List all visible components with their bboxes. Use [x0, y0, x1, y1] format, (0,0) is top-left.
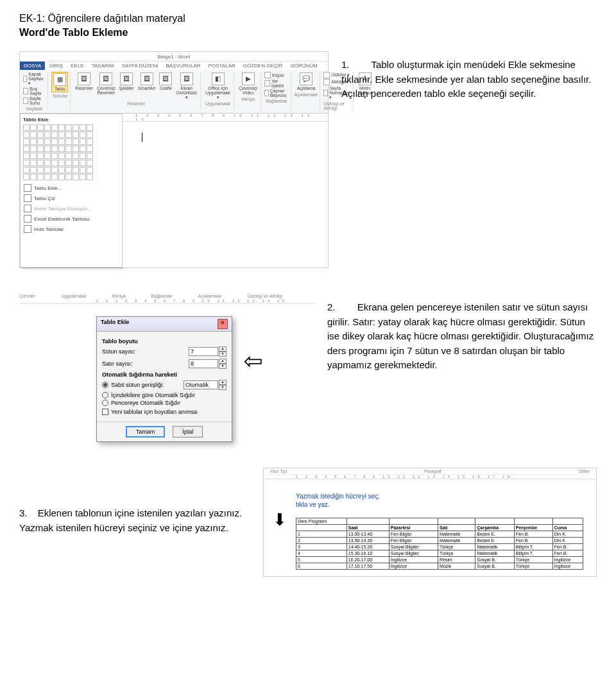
grid-cell[interactable]: [37, 146, 44, 152]
word-page[interactable]: 1 2 3 4 5 6 7 8 9 10 11 12 13 14 15: [123, 114, 328, 268]
grid-cell[interactable]: [23, 124, 30, 131]
grid-cell[interactable]: [73, 160, 79, 166]
grid-cell[interactable]: [23, 153, 30, 159]
grid-cell[interactable]: [30, 153, 37, 159]
animsa-checkbox[interactable]: [102, 409, 108, 415]
grid-cell[interactable]: [37, 174, 44, 180]
tab-postalar[interactable]: POSTALAR: [205, 62, 239, 70]
table-cell[interactable]: Türkçe: [438, 550, 475, 557]
grid-cell[interactable]: [37, 153, 44, 159]
table-cell[interactable]: 17.10-17.50: [346, 563, 389, 570]
grid-cell[interactable]: [51, 160, 58, 166]
table-cell[interactable]: Fen Bilgisi: [389, 531, 438, 538]
tablo-button[interactable]: ▦ Tablo: [51, 72, 68, 92]
grid-cell[interactable]: [80, 124, 86, 131]
table-cell[interactable]: Sosyal Bilgiler: [389, 550, 438, 557]
ribbon-smartart[interactable]: 🖼SmartArt: [137, 72, 157, 100]
tab-gi̇ri̇ş[interactable]: GİRİŞ: [45, 62, 67, 70]
grid-cell[interactable]: [73, 153, 79, 159]
grid-cell[interactable]: [44, 139, 51, 145]
spinner-down-icon[interactable]: ▼: [219, 364, 227, 369]
tablo-ekle-dropdown[interactable]: Tablo Ekle Tablo Ekle...Tablo ÇizMetni T…: [20, 114, 123, 268]
table-cell[interactable]: Fen Bilgisi: [389, 538, 438, 544]
grid-cell[interactable]: [44, 174, 51, 180]
iptal-button[interactable]: İptal: [173, 426, 203, 438]
grid-cell[interactable]: [73, 174, 79, 180]
table-cell[interactable]: 5: [296, 557, 347, 563]
table-cell[interactable]: Türkçe: [438, 544, 475, 550]
grid-cell[interactable]: [73, 146, 79, 152]
satir-sayisi-input[interactable]: [189, 359, 218, 368]
aciklama-button[interactable]: 💬Açıklama: [296, 72, 317, 91]
grid-cell[interactable]: [51, 146, 58, 152]
grid-cell[interactable]: [37, 167, 44, 173]
grid-cell[interactable]: [65, 139, 72, 145]
sabit-genislik-input[interactable]: [184, 380, 218, 389]
grid-cell[interactable]: [44, 146, 51, 152]
close-icon[interactable]: ✕: [218, 319, 228, 329]
grid-cell[interactable]: [44, 153, 51, 159]
table-cell[interactable]: Fen B.: [514, 531, 552, 538]
grid-cell[interactable]: [80, 132, 86, 138]
grid-cell[interactable]: [87, 132, 93, 138]
table-cell[interactable]: İngilizce: [552, 557, 583, 563]
table-corner[interactable]: Ders Programı: [296, 518, 347, 525]
table-cell[interactable]: Sosyal B.: [475, 563, 515, 570]
table-cell[interactable]: Türkçe: [514, 563, 552, 570]
table-cell[interactable]: Matematik: [475, 550, 515, 557]
tab-tasarim[interactable]: TASARIM: [88, 62, 118, 70]
ribbon-ekran-g-r-nt-s-[interactable]: 🖼Ekran Görüntüsü ▾: [175, 72, 198, 100]
grid-cell[interactable]: [23, 174, 30, 180]
grid-cell[interactable]: [23, 160, 30, 166]
grid-cell[interactable]: [37, 124, 44, 131]
tab-başvurular[interactable]: BAŞVURULAR: [162, 62, 204, 70]
spinner-down-icon[interactable]: ▼: [219, 352, 227, 357]
grid-cell[interactable]: [58, 146, 65, 152]
grid-cell[interactable]: [30, 124, 37, 131]
grid-cell[interactable]: [51, 139, 58, 145]
grid-cell[interactable]: [58, 139, 65, 145]
ribbon--evrimi-i-resimler[interactable]: 🖼Çevrimiçi Resimler: [96, 72, 117, 100]
table-cell[interactable]: 3: [296, 544, 347, 550]
table-cell[interactable]: 13.50-14.30: [346, 538, 389, 544]
table-cell[interactable]: Bilişim T.: [514, 550, 552, 557]
table-cell[interactable]: 14.40-15.20: [346, 544, 389, 550]
table-cell[interactable]: İngilizce: [389, 563, 438, 570]
grid-cell[interactable]: [73, 139, 79, 145]
table-cell[interactable]: 1: [296, 531, 347, 538]
link-yer-i-areti[interactable]: Yer İşareti: [264, 79, 289, 88]
grid-cell[interactable]: [37, 132, 44, 138]
table-cell[interactable]: 6: [296, 563, 347, 570]
table-cell[interactable]: 15.30-16.10: [346, 550, 389, 557]
tablo-menu-excel-elektronik-tablosu[interactable]: Excel Elektronik Tablosu: [23, 214, 119, 224]
kapak-sayfasi-btn[interactable]: Kapak Sayfası ▾: [23, 72, 46, 86]
table-cell[interactable]: Müzik: [438, 563, 475, 570]
grid-cell[interactable]: [73, 132, 79, 138]
tab-ekle[interactable]: EKLE: [67, 62, 87, 70]
table-cell[interactable]: Resim: [438, 557, 475, 563]
grid-cell[interactable]: [87, 167, 93, 173]
ribbon-office-i-in-uygulamalar-[interactable]: ◧Office için Uygulamalar ▾: [204, 72, 232, 100]
grid-cell[interactable]: [30, 146, 37, 152]
grid-cell[interactable]: [51, 167, 58, 173]
table-cell[interactable]: 4: [296, 550, 347, 557]
grid-cell[interactable]: [44, 167, 51, 173]
tab-sayfa düzeni̇[interactable]: SAYFA DÜZENİ: [118, 62, 162, 70]
spinner-up-icon[interactable]: ▲: [219, 346, 227, 352]
table-cell[interactable]: İngilizce: [389, 557, 438, 563]
table-cell[interactable]: Türkçe: [514, 557, 552, 563]
table-cell[interactable]: Matematik: [438, 531, 475, 538]
ders-programi-table[interactable]: Ders Programı SaatPazartesiSalıÇarşambaP…: [296, 518, 583, 570]
grid-cell[interactable]: [44, 160, 51, 166]
grid-cell[interactable]: [80, 146, 86, 152]
grid-cell[interactable]: [65, 132, 72, 138]
table-header[interactable]: Pazartesi: [389, 525, 438, 531]
grid-cell[interactable]: [44, 124, 51, 131]
grid-cell[interactable]: [30, 139, 37, 145]
grid-cell[interactable]: [23, 132, 30, 138]
grid-cell[interactable]: [23, 167, 30, 173]
grid-cell[interactable]: [23, 139, 30, 145]
grid-cell[interactable]: [51, 124, 58, 131]
grid-cell[interactable]: [51, 132, 58, 138]
tab-gözden geçi̇r[interactable]: GÖZDEN GEÇİR: [239, 62, 287, 70]
